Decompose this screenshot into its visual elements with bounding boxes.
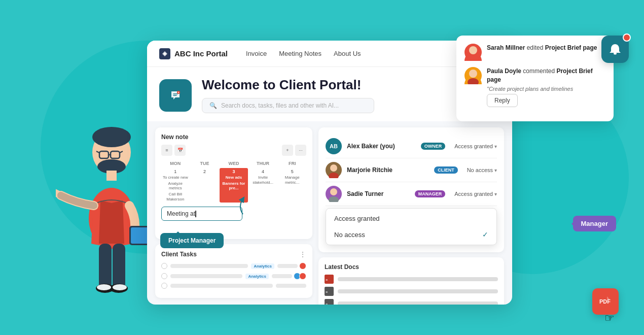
- task-bar-3: [170, 284, 273, 288]
- access-name-marjorie: Marjorie Ritchie: [347, 166, 429, 174]
- svg-text:≡: ≡: [326, 290, 328, 294]
- bell-button[interactable]: [601, 36, 629, 63]
- doc-bar-2: [338, 289, 498, 293]
- svg-point-30: [614, 53, 617, 55]
- cal-task-wed-1: New ads: [220, 175, 247, 180]
- hero-icon-box: [159, 79, 192, 112]
- doc-icon-1: ≡: [325, 275, 334, 284]
- toolbar-add-icon[interactable]: +: [282, 145, 293, 156]
- left-panel: New note ≡ 📅 + ··· MON TUE WED: [155, 127, 312, 298]
- notif-row-sarah: Sarah Millner edited Project Brief page: [464, 44, 605, 61]
- dropdown-label-no-access: No access: [334, 231, 365, 239]
- task-avatars-2: [295, 273, 306, 280]
- doc-icon-2: ≡: [325, 287, 334, 296]
- cal-header-wed: WED: [220, 160, 248, 167]
- access-dropdown-sadie[interactable]: Access granted ▾: [450, 191, 497, 197]
- svg-point-16: [97, 284, 111, 290]
- access-avatar-sadie: [326, 186, 342, 202]
- notif-content-paula: Paula Doyle commented Project Brief page…: [487, 67, 605, 107]
- portal-content: New note ≡ 📅 + ··· MON TUE WED: [147, 121, 512, 304]
- doc-icon-3: ≡: [325, 299, 334, 305]
- access-name-sadie: Sadie Turner: [347, 190, 410, 197]
- task-avatars-1: [301, 262, 306, 270]
- cal-task-mon-3: Call Bill Makerson: [162, 192, 189, 202]
- svg-point-18: [164, 53, 166, 55]
- cal-day-5: 5 Manage metric...: [278, 168, 306, 203]
- access-dropdown-alex[interactable]: Access granted ▾: [450, 143, 497, 149]
- cal-day-4: 4 Invite stakehold...: [249, 168, 277, 203]
- svg-point-22: [330, 188, 337, 195]
- task-checkbox-2[interactable]: [161, 273, 167, 279]
- access-row-marjorie: Marjorie Ritchie CLIENT No access ▾: [326, 158, 497, 182]
- access-dropdown-menu: Access granted No access ✓: [326, 208, 497, 245]
- task-row-2: Analytics: [161, 273, 306, 280]
- tasks-menu-icon[interactable]: ⋮: [299, 250, 306, 258]
- notif-avatar-sarah: [464, 44, 482, 61]
- reply-button[interactable]: Reply: [487, 94, 518, 107]
- access-row-alex: AB Alex Baker (you) OWNER Access granted…: [326, 135, 497, 158]
- cal-header-fri: FRI: [278, 160, 306, 167]
- nav-about-us[interactable]: About Us: [334, 50, 361, 57]
- task-row-3: [161, 283, 306, 289]
- dropdown-item-no-access[interactable]: No access ✓: [326, 226, 496, 243]
- notif-text-paula: Paula Doyle commented Project Brief page: [487, 67, 605, 84]
- svg-point-35: [469, 70, 477, 78]
- svg-text:≡: ≡: [326, 278, 328, 282]
- svg-point-21: [329, 173, 339, 178]
- toolbar-more-icon[interactable]: ···: [295, 145, 306, 156]
- tasks-header: Client Tasks ⋮: [161, 250, 306, 258]
- svg-point-2: [92, 127, 131, 147]
- access-avatar-marjorie: [326, 162, 342, 178]
- doc-row-3: ≡: [325, 299, 498, 305]
- text-cursor: [195, 211, 196, 217]
- svg-point-23: [329, 196, 339, 202]
- hero-search[interactable]: 🔍 Search docs, tasks, files and other wi…: [202, 98, 374, 113]
- task-bar-3b: [276, 284, 306, 288]
- cal-day-2: 2: [191, 168, 219, 203]
- access-card: AB Alex Baker (you) OWNER Access granted…: [318, 127, 504, 252]
- bell-notification-badge: [623, 34, 631, 42]
- notification-popup: Sarah Millner edited Project Brief page …: [456, 36, 614, 121]
- cal-day-1: 1 To create new Analyze metrics Call Bil…: [161, 168, 190, 203]
- cal-task-mon-1: To create new: [162, 175, 189, 180]
- doc-bar-1: [338, 277, 498, 281]
- task-tag-1: Analytics: [251, 263, 274, 269]
- access-dropdown-marjorie[interactable]: No access ▾: [463, 167, 497, 173]
- nav-meeting-notes[interactable]: Meeting Notes: [279, 50, 321, 57]
- cal-task-fri-1: Manage metric...: [278, 175, 306, 185]
- docs-title: Latest Docs: [325, 263, 498, 271]
- access-badge-owner: OWNER: [421, 143, 446, 150]
- task-tag-2: Analytics: [245, 274, 269, 279]
- search-icon: 🔍: [209, 102, 217, 109]
- meeting-input-box[interactable]: Meeting at: [161, 207, 242, 221]
- nav-invoice[interactable]: Invoice: [246, 50, 267, 57]
- notif-user-sarah: Sarah Millner edited Project Brief page: [487, 44, 597, 51]
- notif-avatar-paula: [464, 67, 482, 84]
- toolbar-calendar-icon[interactable]: 📅: [174, 145, 186, 156]
- task-bar-2b: [272, 274, 292, 278]
- dropdown-label-access-granted: Access granted: [334, 215, 380, 222]
- access-row-sadie: Sadie Turner MANAGER Access granted ▾: [326, 182, 497, 206]
- task-checkbox-1[interactable]: [161, 263, 167, 269]
- portal-logo: ABC Inc Portal: [159, 48, 228, 59]
- doc-bar-3: [338, 302, 498, 305]
- svg-point-20: [330, 164, 337, 172]
- cal-header-thur: THUR: [249, 160, 277, 167]
- pdf-icon[interactable]: PDF: [592, 288, 619, 315]
- dropdown-check-icon: ✓: [482, 230, 488, 239]
- task-checkbox-3[interactable]: [161, 283, 167, 289]
- arrow-pointer: [235, 196, 251, 219]
- svg-rect-13: [113, 244, 125, 289]
- logo-text: ABC Inc Portal: [174, 49, 228, 58]
- doc-row-1: ≡: [325, 275, 498, 284]
- task-bar-1: [170, 264, 248, 268]
- doc-row-2: ≡: [325, 287, 498, 296]
- access-status-sadie: Access granted: [454, 191, 493, 197]
- dropdown-item-access-granted[interactable]: Access granted: [326, 211, 496, 226]
- right-panel: AB Alex Baker (you) OWNER Access granted…: [318, 127, 504, 298]
- toolbar-list-icon[interactable]: ≡: [161, 145, 172, 156]
- task-avatar-2b: [299, 273, 306, 280]
- notif-user-paula: Paula Doyle commented Project Brief page: [487, 68, 593, 83]
- chevron-down-icon-sadie: ▾: [494, 191, 497, 197]
- cal-task-wed-2: Banners for pre...: [220, 181, 247, 191]
